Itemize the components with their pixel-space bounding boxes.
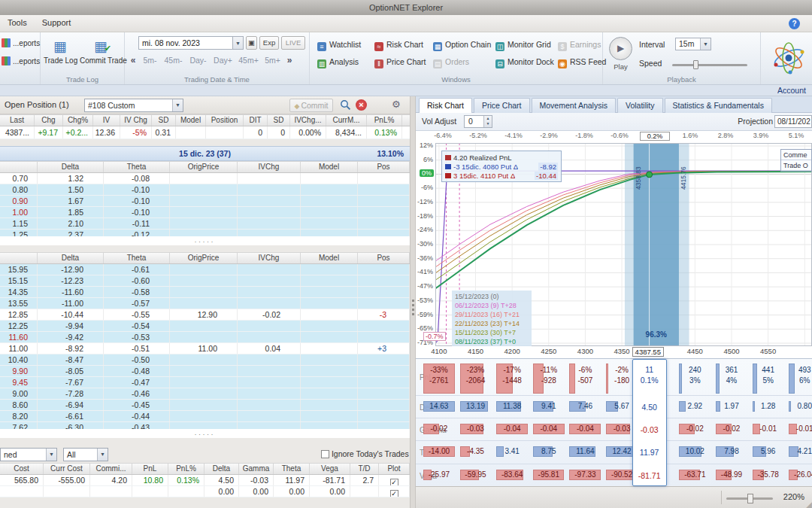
commit-button[interactable]: ◆Commit xyxy=(289,99,333,112)
nav-day[interactable]: Day+ xyxy=(211,54,235,67)
totals-col-commi[interactable]: Commi... xyxy=(90,464,132,474)
reports-button[interactable]: ...eports xyxy=(2,56,40,71)
calls-option-row[interactable]: 1.252.37-0.12 xyxy=(0,230,410,236)
nav-5m[interactable]: 5m+ xyxy=(262,54,283,67)
window-toggle-orders[interactable]: ▤Orders xyxy=(430,55,472,69)
puts-col-pos[interactable]: Pos xyxy=(358,253,410,263)
plot-checkbox[interactable]: ✓ xyxy=(390,490,398,497)
title-bar[interactable]: OptionNET Explorer xyxy=(0,0,812,15)
nav-day[interactable]: Day- xyxy=(186,54,210,67)
summary-col-ivchg[interactable]: IVChg... xyxy=(290,115,326,126)
window-toggle-monitor-grid[interactable]: ◫Monitor Grid xyxy=(492,38,554,52)
totals-col-delta[interactable]: Delta xyxy=(205,464,239,474)
totals-col-pnl[interactable]: PnL xyxy=(132,464,168,474)
tab-risk-chart[interactable]: Risk Chart xyxy=(419,98,472,113)
summary-col-sd[interactable]: SD xyxy=(152,115,176,126)
speed-slider[interactable] xyxy=(672,59,747,70)
puts-option-row[interactable]: 14.35-11.60-0.58 xyxy=(0,287,410,298)
totals-col-t-d[interactable]: T/D xyxy=(350,464,379,474)
totals-col-plot[interactable]: Plot xyxy=(379,464,410,474)
totals-col-gamma[interactable]: Gamma xyxy=(239,464,274,474)
totals-col-theta[interactable]: Theta xyxy=(274,464,310,474)
nav-5m[interactable]: 5m- xyxy=(140,54,160,67)
play-button[interactable]: ▶ xyxy=(609,37,632,60)
summary-col-currm[interactable]: CurrM... xyxy=(326,115,367,126)
calls-option-row[interactable]: 0.801.50-0.10 xyxy=(0,184,410,196)
puts-option-row[interactable]: 8.60-6.94-0.45 xyxy=(0,400,410,411)
window-toggle-rss-feed[interactable]: ◉RSS Feed xyxy=(555,55,609,69)
puts-col-origprice[interactable]: OrigPrice xyxy=(170,253,238,263)
trade-log-button[interactable]: ▦Trade Log xyxy=(43,37,77,71)
calls-option-row[interactable]: 1.152.10-0.11 xyxy=(0,218,410,230)
tab-statistics-fundamentals[interactable]: Statistics & Fundamentals xyxy=(665,98,772,113)
nav-45m[interactable]: 45m- xyxy=(162,54,185,67)
puts-option-row[interactable]: 9.45-7.67-0.47 xyxy=(0,377,410,388)
position-selector[interactable]: #108 Custom ▼ xyxy=(84,99,183,112)
commit-trade-button[interactable]: ▦✔Commit Trade xyxy=(79,37,123,71)
spinner-arrows-icon[interactable]: ▲▼ xyxy=(483,116,492,127)
zoom-icon[interactable] xyxy=(340,99,351,111)
puts-option-row[interactable]: 10.40-8.47-0.50 xyxy=(0,354,410,366)
resize-grip-icon[interactable]: ◢ xyxy=(805,500,812,508)
window-toggle-earnings[interactable]: $Earnings xyxy=(555,38,604,52)
summary-col-dit[interactable]: DIT xyxy=(244,115,268,126)
totals-col-vega[interactable]: Vega xyxy=(310,464,350,474)
summary-col-chg[interactable]: Chg xyxy=(35,115,63,126)
calls-option-row[interactable]: 0.901.67-0.10 xyxy=(0,196,410,207)
calls-col-model[interactable]: Model xyxy=(301,162,358,172)
calendar-dropdown-icon[interactable]: ▼ xyxy=(233,36,244,50)
interval-select[interactable]: 15m ▼ xyxy=(675,38,711,50)
puts-option-row[interactable]: 15.95-12.90-0.61 xyxy=(0,264,410,275)
calls-col-delta[interactable]: Delta xyxy=(38,162,104,172)
puts-option-row[interactable]: 8.20-6.61-0.44 xyxy=(0,411,410,422)
puts-option-row[interactable]: 11.60-9.42-0.53 xyxy=(0,332,410,343)
account-tab[interactable]: Account xyxy=(777,86,812,95)
zoom-slider-thumb[interactable] xyxy=(747,494,753,503)
menu-support[interactable]: Support xyxy=(35,15,79,30)
summary-col-iv-chg[interactable]: IV Chg xyxy=(120,115,152,126)
reports-button[interactable]: ...eports xyxy=(2,38,40,53)
calls-option-row[interactable]: 0.701.32-0.08 xyxy=(0,173,410,184)
live-button[interactable]: LIVE xyxy=(281,36,305,50)
puts-option-row[interactable]: 12.85-10.44-0.5512.90-0.02-3 xyxy=(0,309,410,321)
summary-col-last[interactable]: Last xyxy=(0,115,35,126)
panel-splitter[interactable] xyxy=(410,96,416,508)
nav-blank[interactable]: « xyxy=(128,54,138,67)
puts-option-row[interactable]: 7.62-6.30-0.43 xyxy=(0,422,410,429)
totals-col-curr-cost[interactable]: Curr Cost xyxy=(44,464,90,474)
puts-col-blank[interactable] xyxy=(0,253,38,263)
close-position-icon[interactable]: × xyxy=(356,99,367,111)
window-toggle-analysis[interactable]: ▥Analysis xyxy=(314,55,362,69)
puts-option-row[interactable]: 15.15-12.23-0.60 xyxy=(0,275,410,287)
calls-col-ivchg[interactable]: IVChg xyxy=(238,162,301,172)
vol-adjust-spinner[interactable]: 0 ▲▼ xyxy=(464,115,492,128)
window-toggle-monitor-dock[interactable]: ⊟Monitor Dock xyxy=(492,55,557,69)
totals-col-cost[interactable]: Cost xyxy=(0,464,44,474)
puts-col-theta[interactable]: Theta xyxy=(104,253,170,263)
puts-col-model[interactable]: Model xyxy=(301,253,358,263)
help-icon[interactable]: ? xyxy=(789,18,800,29)
summary-col-chg[interactable]: Chg% xyxy=(63,115,93,126)
summary-col-sd[interactable]: SD xyxy=(268,115,290,126)
window-toggle-option-chain[interactable]: ▦Option Chain xyxy=(430,38,494,52)
settings-icon[interactable]: ⚙ xyxy=(392,99,401,110)
puts-option-row[interactable]: 13.55-11.00-0.57 xyxy=(0,298,410,309)
calls-col-blank[interactable] xyxy=(0,162,38,172)
puts-option-row[interactable]: 11.00-8.92-0.5111.000.04+3 xyxy=(0,343,410,354)
exp-button[interactable]: Exp xyxy=(259,36,279,50)
calls-col-origprice[interactable]: OrigPrice xyxy=(170,162,238,172)
summary-col-pnl[interactable]: PnL% xyxy=(367,115,402,126)
expiry-filter-combo[interactable]: All ▼ xyxy=(63,448,108,461)
ignore-trades-checkbox[interactable] xyxy=(321,450,329,458)
puts-option-row[interactable]: 9.00-7.28-0.46 xyxy=(0,388,410,400)
docked-panel-label[interactable]: Comme xyxy=(781,150,811,160)
today-button[interactable]: ▣ xyxy=(246,36,257,50)
menu-tools[interactable]: Tools xyxy=(0,15,35,30)
calls-col-pos[interactable]: Pos xyxy=(358,162,410,172)
puts-option-row[interactable]: 9.90-8.05-0.48 xyxy=(0,366,410,377)
slider-thumb[interactable] xyxy=(693,60,698,69)
tab-volatility[interactable]: Volatility xyxy=(617,98,663,113)
totals-col-pnl[interactable]: PnL% xyxy=(168,464,205,474)
nav-blank[interactable]: » xyxy=(284,54,295,67)
projection-date-input[interactable]: 08/11/202 xyxy=(774,115,812,128)
